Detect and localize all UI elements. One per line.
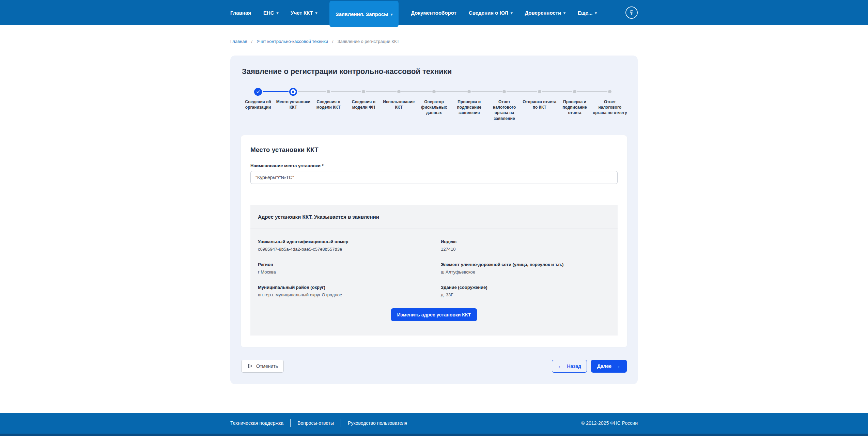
nav-item-label: ЕНС xyxy=(263,10,274,16)
step-dot-row xyxy=(276,88,311,96)
step-1-completed[interactable]: Сведения об организации xyxy=(241,88,276,121)
address-field-label: Индекс xyxy=(441,239,610,244)
breadcrumb-item-1[interactable]: Главная xyxy=(230,39,247,44)
step-pending-dot xyxy=(502,90,506,93)
step-pending-dot xyxy=(432,90,436,93)
address-field-label: Регион xyxy=(258,262,427,267)
nav-item-label: Заявления. Запросы xyxy=(336,11,388,17)
step-label: Сведения о модели ФН xyxy=(346,99,381,110)
main-menu: ГлавнаяЕНС▾Учет ККТ▾Заявления. Запросы▾Д… xyxy=(230,0,597,27)
next-button[interactable]: Далее → xyxy=(591,360,627,373)
next-button-label: Далее xyxy=(597,363,611,369)
step-connector xyxy=(542,91,557,92)
step-active-dot xyxy=(292,91,294,93)
nav-item-label: Документооборот xyxy=(411,10,456,16)
address-field-label: Элемент улично-дорожной сети (улица, пер… xyxy=(441,262,610,267)
cancel-button[interactable]: Отменить xyxy=(241,360,284,373)
nav-item-5[interactable]: Документооборот xyxy=(411,0,456,25)
step-label: Сведения о модели ККТ xyxy=(311,99,346,110)
change-address-button[interactable]: Изменить адрес установки ККТ xyxy=(391,308,477,321)
step-label: Оператор фискальных данных xyxy=(416,99,451,116)
step-label: Место установки ККТ xyxy=(276,99,311,110)
step-completed-icon xyxy=(254,88,262,96)
step-dot-row xyxy=(452,88,487,96)
breadcrumb: Главная/Учет контрольно-кассовой техники… xyxy=(230,25,638,44)
step-3-pending: Сведения о модели ККТ xyxy=(311,88,346,121)
exit-icon xyxy=(247,363,253,369)
address-field-value: 127410 xyxy=(441,247,610,252)
step-connector xyxy=(487,91,502,92)
install-place-name-input[interactable] xyxy=(250,171,618,184)
section-title: Место установки ККТ xyxy=(250,146,618,154)
step-connector xyxy=(557,91,572,92)
address-field-value: c6985947-8b5a-4da2-bae5-c57e8b557d3e xyxy=(258,247,427,252)
address-field-value: ш Алтуфьевское xyxy=(441,269,610,275)
step-dot-row xyxy=(311,88,346,96)
nav-item-7[interactable]: Доверенности▾ xyxy=(525,0,565,25)
step-dot-row xyxy=(592,88,627,96)
step-connector xyxy=(522,91,537,92)
step-active-icon xyxy=(289,88,297,96)
step-2-active[interactable]: Место установки ККТ xyxy=(276,88,311,121)
step-connector xyxy=(298,91,311,92)
step-connector xyxy=(276,91,289,92)
step-11-pending: Ответ налогового органа по отчету xyxy=(592,88,627,121)
step-connector xyxy=(471,91,487,92)
step-8-pending: Ответ налогового органа на заявление xyxy=(487,88,522,121)
step-connector xyxy=(507,91,522,92)
address-fields: Уникальный идентификационный номерc69859… xyxy=(250,229,618,299)
chevron-down-icon: ▾ xyxy=(277,11,279,15)
step-4-pending: Сведения о модели ФН xyxy=(346,88,381,121)
progress-stepper: Сведения об организацииМесто установки К… xyxy=(241,88,627,121)
step-connector xyxy=(263,91,276,92)
nav-item-label: Учет ККТ xyxy=(291,10,313,16)
nav-item-label: Главная xyxy=(230,10,251,16)
nav-item-2[interactable]: ЕНС▾ xyxy=(263,0,278,25)
step-label: Использование ККТ xyxy=(381,99,416,110)
top-navbar: ГлавнаяЕНС▾Учет ККТ▾Заявления. Запросы▾Д… xyxy=(0,0,868,25)
step-label: Ответ налогового органа по отчету xyxy=(592,99,627,116)
step-pending-dot xyxy=(573,90,576,93)
chevron-down-icon: ▾ xyxy=(511,11,513,15)
address-field-value: г Москва xyxy=(258,269,427,275)
step-connector xyxy=(331,91,346,92)
step-5-pending: Использование ККТ xyxy=(381,88,416,121)
step-7-pending: Проверка и подписание заявления xyxy=(452,88,487,121)
address-field: Здание (сооружение)д. 33Г xyxy=(441,285,610,297)
copyright: © 2012-2025 ФНС России xyxy=(581,420,638,426)
step-connector xyxy=(592,91,608,92)
step-label: Проверка и подписание заявления xyxy=(452,99,487,116)
back-button[interactable]: ← Назад xyxy=(552,360,587,373)
step-pending-dot xyxy=(538,90,541,93)
step-connector xyxy=(452,91,467,92)
nav-item-label: Еще... xyxy=(578,10,593,16)
step-connector xyxy=(436,91,452,92)
address-field: Элемент улично-дорожной сети (улица, пер… xyxy=(441,262,610,275)
nav-item-8[interactable]: Еще...▾ xyxy=(578,0,597,25)
nav-item-4[interactable]: Заявления. Запросы▾ xyxy=(329,1,399,27)
install-place-name-label: Наименование места установки * xyxy=(250,163,618,168)
footer-link-2[interactable]: Вопросы-ответы xyxy=(291,420,341,426)
chevron-down-icon: ▾ xyxy=(315,11,317,15)
breadcrumb-item-2[interactable]: Учет контрольно-кассовой техники xyxy=(257,39,328,44)
step-pending-dot xyxy=(362,90,365,93)
step-10-pending: Проверка и подписание отчета xyxy=(557,88,592,121)
step-connector xyxy=(416,91,432,92)
step-connector xyxy=(401,91,417,92)
nav-item-1[interactable]: Главная xyxy=(230,0,251,25)
step-label: Проверка и подписание отчета xyxy=(557,99,592,116)
back-button-label: Назад xyxy=(567,363,581,369)
page-title: Заявление о регистрации контрольно-кассо… xyxy=(242,67,627,76)
address-field-value: д. 33Г xyxy=(441,292,610,297)
nav-item-label: Доверенности xyxy=(525,10,561,16)
help-button[interactable] xyxy=(625,6,638,19)
page-footer: Техническая поддержкаВопросы-ответыРуков… xyxy=(0,413,868,436)
step-connector xyxy=(346,91,361,92)
footer-link-3[interactable]: Руководство пользователя xyxy=(341,420,414,426)
step-dot-row xyxy=(487,88,522,96)
address-field-label: Здание (сооружение) xyxy=(441,285,610,290)
nav-item-6[interactable]: Сведения о ЮЛ▾ xyxy=(469,0,513,25)
step-dot-row xyxy=(346,88,381,96)
nav-item-3[interactable]: Учет ККТ▾ xyxy=(291,0,317,25)
footer-link-1[interactable]: Техническая поддержка xyxy=(230,420,290,426)
